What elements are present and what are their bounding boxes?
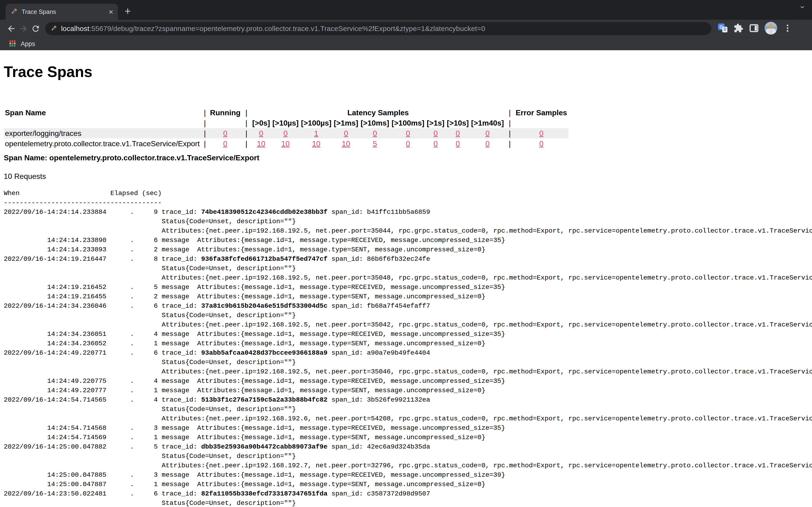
col-running: Running (209, 108, 242, 118)
span-name-cell: exporter/logging/traces (4, 128, 201, 138)
address-bar[interactable]: localhost:55679/debug/tracez?zspanname=o… (45, 22, 711, 35)
column-separator: | (201, 138, 209, 149)
latency-bucket-label: [>10ms] (359, 118, 391, 128)
browser-window: { "browser": { "tab_title": "Trace Spans… (0, 0, 812, 507)
latency-count-link[interactable]: 5 (359, 138, 391, 149)
latency-bucket-label: [>1s] (425, 118, 446, 128)
browser-tab[interactable]: Trace Spans × (6, 4, 118, 20)
latency-count-link[interactable]: 0 (470, 138, 505, 149)
span-summary-row: opentelemetry.proto.collector.trace.v1.T… (4, 138, 568, 149)
bucket-header-spacer (515, 118, 568, 128)
latency-count-link[interactable]: 0 (251, 128, 271, 138)
opentelemetry-favicon-icon (50, 25, 57, 33)
latency-count-link[interactable]: 0 (359, 128, 391, 138)
latency-count-link[interactable]: 0 (425, 138, 446, 149)
latency-bucket-label: [>100ms] (390, 118, 425, 128)
browser-menu-icon[interactable] (783, 23, 792, 34)
side-panel-icon[interactable] (749, 23, 759, 34)
latency-bucket-label: [>1ms] (333, 118, 359, 128)
running-count-link[interactable]: 0 (209, 128, 242, 138)
span-summary-table: Span Name | Running | Latency Samples | … (4, 108, 568, 149)
toolbar-actions: G (718, 22, 792, 36)
url-path: :55679/debug/tracez?zspanname=openteleme… (89, 25, 485, 33)
column-separator: | (505, 118, 515, 128)
column-separator: | (201, 118, 209, 128)
column-separator: | (242, 108, 251, 118)
column-separator: | (505, 138, 515, 149)
forward-button[interactable] (17, 22, 30, 35)
latency-bucket-label: [>10µs] (271, 118, 300, 128)
translate-icon[interactable]: G (718, 23, 728, 34)
tracez-page: Trace Spans Span Name | Running | Latenc… (0, 62, 812, 507)
col-span-name: Span Name (4, 108, 201, 118)
col-error-samples: Error Samples (515, 108, 568, 118)
latency-bucket-header-row: ||[>0s][>10µs][>100µs][>1ms][>10ms][>100… (4, 118, 568, 128)
new-tab-button[interactable]: + (124, 6, 131, 16)
summary-header-row: Span Name | Running | Latency Samples | … (4, 108, 568, 118)
opentelemetry-favicon-icon (10, 7, 18, 16)
bookmark-apps[interactable]: Apps (21, 40, 35, 48)
column-separator: | (201, 128, 209, 138)
column-separator: | (242, 138, 251, 149)
apps-grid-icon[interactable] (9, 40, 16, 48)
column-separator: | (201, 108, 209, 118)
latency-count-link[interactable]: 0 (425, 128, 446, 138)
latency-count-link[interactable]: 1 (300, 128, 333, 138)
tab-close-icon[interactable]: × (109, 8, 113, 16)
latency-count-link[interactable]: 10 (271, 138, 300, 149)
page-title: Trace Spans (4, 62, 812, 81)
bookmarks-bar: Apps (0, 37, 812, 50)
latency-bucket-label: [>10s] (446, 118, 470, 128)
error-count-link[interactable]: 0 (515, 128, 568, 138)
latency-count-link[interactable]: 0 (446, 138, 470, 149)
column-separator: | (242, 118, 251, 128)
latency-count-link[interactable]: 0 (470, 128, 505, 138)
latency-count-link[interactable]: 10 (300, 138, 333, 149)
latency-count-link[interactable]: 0 (390, 128, 425, 138)
bucket-header-spacer (209, 118, 242, 128)
reload-button[interactable] (30, 22, 42, 35)
latency-count-link[interactable]: 0 (446, 128, 470, 138)
col-latency-samples: Latency Samples (251, 108, 505, 118)
request-details: When Elapsed (sec) ---------------------… (4, 189, 812, 507)
latency-bucket-label: [>0s] (251, 118, 271, 128)
column-separator: | (505, 108, 515, 118)
latency-count-link[interactable]: 10 (333, 138, 359, 149)
back-button[interactable] (5, 22, 17, 35)
running-count-link[interactable]: 0 (209, 138, 242, 149)
error-count-link[interactable]: 0 (515, 138, 568, 149)
latency-bucket-label: [>100µs] (300, 118, 333, 128)
tab-title: Trace Spans (21, 8, 105, 15)
url-host: localhost (61, 25, 89, 33)
extensions-puzzle-icon[interactable] (733, 23, 744, 34)
tab-search-chevron-icon[interactable]: ⌄ (799, 0, 806, 10)
request-count: 10 Requests (4, 172, 812, 181)
column-separator: | (242, 128, 251, 138)
latency-bucket-label: [>1m40s] (470, 118, 505, 128)
latency-count-link[interactable]: 0 (390, 138, 425, 149)
bucket-header-spacer (4, 118, 201, 128)
span-name-cell: opentelemetry.proto.collector.trace.v1.T… (4, 138, 201, 149)
column-separator: | (505, 128, 515, 138)
latency-count-link[interactable]: 0 (333, 128, 359, 138)
selected-span-name: Span Name: opentelemetry.proto.collector… (4, 154, 812, 162)
tab-strip: Trace Spans × + ⌄ (0, 0, 812, 20)
url-text: localhost:55679/debug/tracez?zspanname=o… (61, 25, 485, 33)
browser-toolbar: localhost:55679/debug/tracez?zspanname=o… (0, 20, 812, 37)
latency-count-link[interactable]: 10 (251, 138, 271, 149)
profile-avatar[interactable] (765, 22, 777, 36)
span-summary-row: exporter/logging/traces|0|001000000|0 (4, 128, 568, 138)
latency-count-link[interactable]: 0 (271, 128, 300, 138)
